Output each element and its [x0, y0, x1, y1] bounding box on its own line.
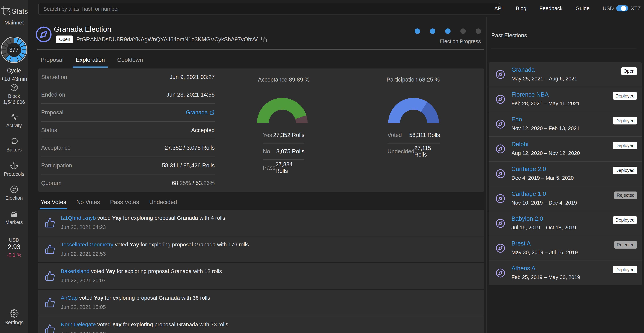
election-link[interactable]: Babylon 2.0 — [512, 215, 543, 222]
voter-link[interactable]: tz1Qhnd..xnyb — [61, 215, 96, 221]
currency-usd-label: USD — [603, 5, 614, 11]
block-icon — [10, 83, 18, 92]
row-label: Proposal — [41, 109, 63, 116]
vote-timestamp: Jun 22, 2021 22:53 — [61, 251, 106, 257]
sidebar-item-settings[interactable]: Settings — [0, 309, 28, 326]
election-link[interactable]: Florence NBA — [512, 91, 549, 98]
past-elections-divider — [491, 48, 636, 49]
past-election-item[interactable]: Florence NBA Feb 28, 2021 – May 11, 2021… — [488, 87, 642, 112]
sidebar-item-label: Bakers — [0, 147, 28, 153]
tab-undecided[interactable]: Undecided — [149, 199, 177, 205]
row-label: Participation — [41, 162, 72, 169]
sidebar-item-block[interactable]: Block 1,546,806 — [0, 83, 28, 105]
cycle-progress-ring: 377 — [1, 36, 27, 63]
past-election-item[interactable]: Edo Nov 12, 2020 – Feb 13, 2021 Deployed — [488, 112, 642, 137]
tab-pass-votes[interactable]: Pass Votes — [110, 199, 139, 205]
votes-tabs: Yes Votes No Votes Pass Votes Undecided — [40, 199, 177, 205]
election-link[interactable]: Carthage 1.0 — [512, 190, 546, 197]
bar-chart-icon — [10, 209, 18, 218]
tzstats-logo[interactable]: Stats — [0, 5, 28, 17]
past-election-item[interactable]: Carthage 2.0 Dec 4, 2019 – Mar 5, 2020 D… — [488, 162, 642, 186]
election-link[interactable]: Athens A — [512, 265, 536, 272]
nav-link-api[interactable]: API — [494, 5, 503, 11]
nav-link-blog[interactable]: Blog — [516, 5, 526, 11]
election-dates: Nov 12, 2020 – Feb 13, 2021 — [512, 125, 580, 131]
sidebar-item-election[interactable]: Election — [0, 185, 28, 201]
election-link[interactable]: Carthage 2.0 — [512, 166, 546, 172]
copy-icon[interactable] — [261, 36, 267, 42]
compass-icon — [496, 144, 505, 154]
anchor-icon — [10, 161, 18, 170]
sidebar-item-activity[interactable]: Activity — [0, 113, 28, 128]
past-election-item[interactable]: Athens A Feb 25, 2019 – May 30, 2019 Dep… — [488, 261, 642, 285]
sidebar-item-label: Protocols — [0, 171, 28, 177]
row-value: Accepted — [191, 127, 215, 134]
table-row: Started on Jun 9, 2021 03:27 — [41, 68, 215, 86]
row-label: Ended on — [41, 91, 65, 98]
row-value: 27,352 / 3,075 Rolls — [165, 145, 215, 151]
table-row: Status Accepted — [41, 122, 215, 139]
voter-link[interactable]: Norn Delegate — [61, 322, 96, 328]
election-progress-dots — [415, 28, 481, 34]
election-link[interactable]: Edo — [512, 116, 522, 123]
search-input[interactable] — [38, 3, 500, 15]
vote-text: tz1Qhnd..xnyb voted Yay for exploring pr… — [61, 215, 225, 221]
election-link[interactable]: Delphi — [512, 141, 528, 148]
nav-link-guide[interactable]: Guide — [576, 5, 590, 11]
sidebar-item-bakers[interactable]: Bakers — [0, 137, 28, 153]
voter-link[interactable]: BakerIsland — [61, 268, 90, 274]
tab-cooldown[interactable]: Cooldown — [117, 56, 143, 63]
row-label: Quorum — [41, 180, 62, 186]
row-label: Acceptance — [41, 145, 70, 151]
election-progress-label: Election Progress — [408, 38, 481, 44]
progress-dot — [460, 28, 466, 34]
election-link[interactable]: Granada — [512, 66, 535, 73]
tab-proposal[interactable]: Proposal — [40, 56, 64, 63]
vote-row: Tessellated Geometry voted Yay for explo… — [38, 236, 484, 262]
nav-link-feedback[interactable]: Feedback — [540, 5, 562, 11]
price-value: 2.93 — [0, 243, 28, 251]
baker-hat-icon — [10, 137, 18, 145]
price-change: -0.1 % — [0, 252, 28, 258]
vote-text: Norn Delegate voted Yay for exploring pr… — [61, 322, 228, 328]
currency-toggle[interactable] — [616, 5, 628, 11]
past-election-item[interactable]: Delphi Aug 12, 2020 – Nov 12, 2020 Deplo… — [488, 137, 642, 162]
compass-icon — [10, 185, 18, 194]
thumbs-up-icon — [45, 271, 55, 281]
sidebar-item-label: Markets — [0, 220, 28, 225]
past-election-item[interactable]: Babylon 2.0 Jul 16, 2019 – Oct 18, 2019 … — [488, 211, 642, 236]
election-dates: Aug 12, 2020 – Nov 12, 2020 — [512, 150, 580, 156]
proposal-link[interactable]: Granada — [186, 109, 208, 116]
compass-icon — [496, 194, 505, 203]
sidebar-item-label: Settings — [0, 320, 28, 326]
compass-icon — [496, 169, 505, 179]
voter-link[interactable]: Tessellated Geometry — [61, 242, 113, 248]
protocol-hash: PtGRANADsDU8R9daYKAgWnQYAJ64omN1o3KMGVCy… — [76, 36, 258, 43]
compass-icon — [496, 243, 505, 253]
row-label: Status — [41, 127, 57, 134]
thumbs-up-icon — [45, 324, 55, 333]
sidebar-item-protocols[interactable]: Protocols — [0, 161, 28, 177]
past-election-item[interactable]: Granada May 25, 2021 – Aug 6, 2021 Open — [488, 62, 642, 87]
quorum-value: 68.25% / 53.26% — [172, 180, 215, 186]
tab-no-votes[interactable]: No Votes — [76, 199, 100, 205]
table-row: Ended on Jun 23, 2021 14:55 — [41, 86, 215, 104]
legend-row: Voted 58,311 Rolls — [388, 127, 440, 143]
voter-link[interactable]: AirGap — [61, 295, 78, 301]
tab-exploration[interactable]: Exploration — [76, 56, 105, 63]
tab-yes-votes[interactable]: Yes Votes — [40, 199, 66, 205]
vote-row: AirGap voted Yay for exploring proposal … — [38, 290, 484, 316]
past-elections-title: Past Elections — [491, 32, 527, 39]
table-row: Participation 58,311 / 85,426 Rolls — [41, 157, 215, 175]
cycle-number: 377 — [9, 46, 19, 53]
row-value: Jun 23, 2021 14:55 — [166, 91, 215, 98]
past-election-item[interactable]: Carthage 1.0 Nov 10, 2019 – Dec 4, 2019 … — [488, 186, 642, 211]
row-value: 58,311 / 85,426 Rolls — [162, 162, 215, 169]
past-election-item[interactable]: Brest A May 30, 2019 – Jul 16, 2019 Reje… — [488, 236, 642, 261]
sidebar-item-markets[interactable]: Markets — [0, 209, 28, 225]
top-nav: API Blog Feedback Guide USD XTZ — [494, 0, 641, 17]
currency-switch-group: USD XTZ — [603, 5, 641, 11]
sidebar-item-label: Block — [0, 93, 28, 99]
election-link[interactable]: Brest A — [512, 240, 531, 247]
price-currency: USD — [0, 237, 28, 243]
